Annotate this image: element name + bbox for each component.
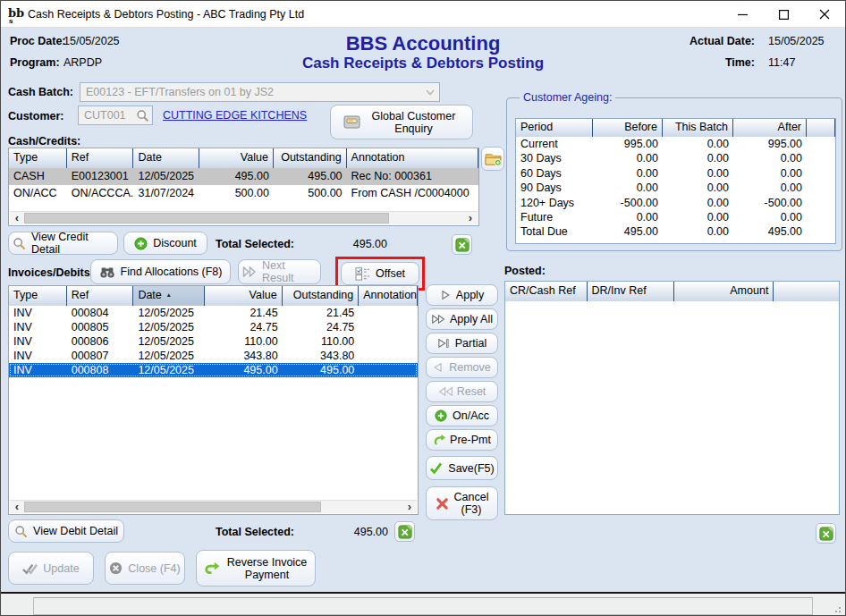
ageing-row: 30 Days0.000.000.00 — [516, 151, 835, 165]
cc-col-type[interactable]: Type — [9, 148, 67, 168]
invoice-row[interactable]: INV00080612/05/2025110.00110.00 — [9, 334, 418, 349]
actual-date-value: 15/05/2025 — [768, 35, 825, 47]
close-window-button[interactable] — [804, 1, 845, 28]
partial-button[interactable]: Partial — [426, 333, 498, 354]
credit-total-selected-label: Total Selected: — [216, 238, 294, 250]
view-credit-detail-button[interactable]: View Credit Detail — [8, 232, 118, 255]
invoices-hscrollbar[interactable]: ‹ › — [10, 500, 417, 513]
posted-col-crcashref[interactable]: CR/Cash Ref — [505, 282, 588, 301]
scroll-thumb[interactable] — [24, 213, 389, 224]
reset-button[interactable]: Reset — [426, 381, 498, 402]
inv-col-type[interactable]: Type — [9, 286, 67, 306]
plus-circle-icon — [134, 237, 148, 250]
cancel-key-label: (F3) — [454, 503, 489, 516]
scroll-right-icon[interactable]: › — [402, 501, 417, 513]
excel-icon — [398, 525, 412, 539]
next-result-button[interactable]: Next Result — [238, 259, 321, 284]
cash-credit-row-selected[interactable]: CASH E00123001 12/05/2025 495.00 495.00 … — [9, 168, 478, 185]
scroll-left-icon[interactable]: ‹ — [10, 501, 24, 513]
inv-col-value[interactable]: Value — [205, 286, 283, 306]
on-acc-button[interactable]: On/Acc — [426, 405, 498, 426]
credit-export-excel-button[interactable] — [452, 234, 472, 255]
scroll-thumb[interactable] — [24, 502, 321, 512]
invoice-row-selected[interactable]: INV00080812/05/2025495.00495.00 — [9, 363, 418, 377]
svg-text:s: s — [9, 16, 13, 25]
ageing-header-row: Period Before This Batch After — [516, 119, 835, 137]
offset-button[interactable]: Offset — [341, 262, 419, 285]
close-circle-icon — [109, 561, 123, 575]
posted-table: CR/Cash Ref DR/Inv Ref Amount — [504, 281, 840, 515]
customer-name-link[interactable]: CUTTING EDGE KITCHENS — [163, 109, 307, 122]
update-button[interactable]: Update — [8, 552, 94, 585]
ageing-row: Current995.000.00995.00 — [516, 137, 835, 151]
resize-grip[interactable] — [834, 604, 842, 612]
posted-export-excel-button[interactable] — [816, 523, 836, 544]
reverse-invoice-payment-button[interactable]: Reverse Invoice Payment — [196, 550, 316, 586]
ageing-row: Total Due495.000.00495.00 — [516, 224, 835, 239]
cc-col-date[interactable]: Date — [133, 148, 199, 168]
posted-col-drinvref[interactable]: DR/Inv Ref — [588, 282, 674, 301]
credit-total-selected-value: 495.00 — [314, 238, 387, 250]
ageing-row: Future0.000.000.00 — [516, 210, 835, 224]
close-button[interactable]: Close (F4) — [105, 552, 185, 585]
customer-search-icon[interactable] — [136, 109, 149, 122]
cancel-label: Cancel — [454, 491, 489, 503]
plus-circle-icon — [435, 409, 447, 422]
posted-label: Posted: — [504, 265, 546, 277]
remove-button[interactable]: Remove — [426, 357, 498, 378]
scroll-right-icon[interactable]: › — [463, 212, 478, 224]
invoices-debits-table: Type Ref Date Value Outstanding Annotati… — [8, 285, 419, 515]
cc-col-value[interactable]: Value — [199, 148, 274, 168]
scroll-left-icon[interactable]: ‹ — [10, 212, 24, 224]
find-allocations-label: Find Allocations (F8) — [121, 266, 223, 278]
next-result-icon — [242, 266, 257, 277]
discount-label: Discount — [153, 237, 197, 249]
cash-batch-select[interactable]: E00123 - EFT/Transfers on 01 by JS2 — [80, 82, 440, 102]
cash-credits-hscrollbar[interactable]: ‹ › — [10, 211, 478, 224]
global-customer-enquiry-button[interactable]: Global Customer Enquiry — [330, 105, 473, 139]
pre-pmt-button[interactable]: Pre-Pmt — [426, 429, 498, 451]
cc-col-outstanding[interactable]: Outstanding — [274, 148, 347, 168]
window-title: Cash Receipts & Debtors Posting - ABC Tr… — [28, 1, 304, 28]
ageing-col-after: After — [733, 119, 807, 137]
invoice-row[interactable]: INV00080512/05/202524.7524.75 — [9, 320, 418, 334]
chevron-down-icon — [426, 89, 435, 96]
offset-label: Offset — [376, 267, 405, 280]
minimize-button[interactable] — [722, 1, 763, 28]
view-debit-detail-button[interactable]: View Debit Detail — [8, 519, 124, 543]
debit-export-excel-button[interactable] — [394, 521, 415, 542]
apply-button[interactable]: Apply — [426, 284, 498, 306]
inv-col-annotation[interactable]: Annotation — [359, 286, 418, 306]
save-button[interactable]: Save(F5) — [426, 456, 498, 480]
binoculars-icon — [99, 266, 115, 279]
reset-icon — [438, 386, 453, 397]
invoice-row[interactable]: INV00080712/05/2025343.80343.80 — [9, 349, 418, 363]
pre-pmt-icon — [433, 434, 447, 446]
app-window: bbs Cash Receipts & Debtors Posting - AB… — [0, 0, 846, 616]
discount-button[interactable]: Discount — [123, 232, 207, 255]
status-bar — [1, 592, 845, 615]
magnifier-icon — [13, 237, 26, 250]
cash-credit-row[interactable]: ON/ACC ON/ACCCA... 31/07/2024 500.00 500… — [9, 185, 478, 202]
invoice-row[interactable]: INV00080412/05/202521.4521.45 — [9, 306, 418, 320]
next-result-label: Next Result — [262, 259, 317, 284]
customer-code-input[interactable]: CUT001 — [78, 105, 153, 125]
update-label: Update — [43, 562, 79, 575]
apply-all-button[interactable]: Apply All — [426, 308, 498, 330]
enquiry-icon — [343, 114, 361, 131]
inv-col-date[interactable]: Date — [133, 286, 205, 306]
magnifier-icon — [14, 525, 28, 538]
maximize-button[interactable] — [763, 1, 804, 28]
inv-col-ref[interactable]: Ref — [67, 286, 134, 306]
invoices-header-row: Type Ref Date Value Outstanding Annotati… — [9, 286, 418, 306]
posted-col-amount[interactable]: Amount — [674, 282, 774, 301]
cc-col-ref[interactable]: Ref — [67, 148, 134, 168]
app-subtitle: Cash Receipts & Debtors Posting — [1, 55, 845, 72]
inv-col-outstanding[interactable]: Outstanding — [283, 286, 360, 306]
excel-icon — [819, 527, 833, 541]
add-to-folder-button[interactable] — [481, 147, 504, 171]
cancel-button[interactable]: Cancel (F3) — [426, 486, 498, 520]
cc-col-annotation[interactable]: Annotation — [347, 148, 478, 168]
find-allocations-button[interactable]: Find Allocations (F8) — [90, 259, 231, 284]
ageing-row: 90 Days0.000.000.00 — [516, 181, 835, 195]
